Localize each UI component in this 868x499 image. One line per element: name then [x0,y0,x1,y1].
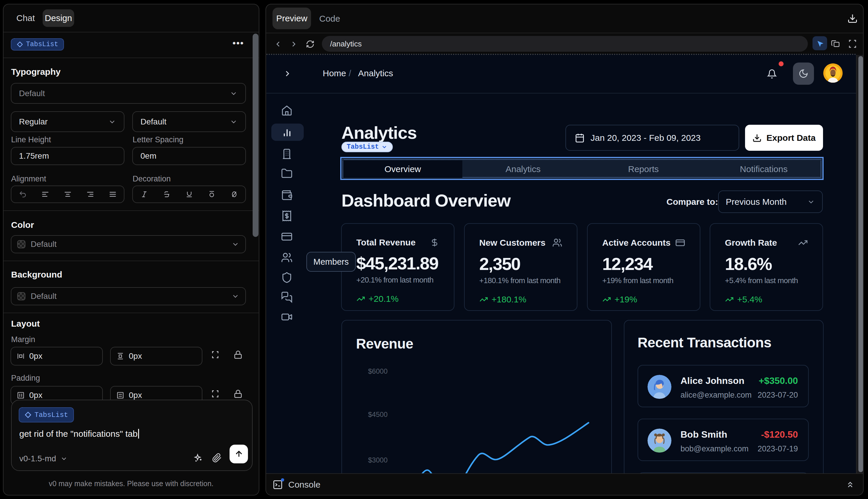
svg-text:$6000: $6000 [368,367,387,375]
svg-text:$3000: $3000 [368,456,387,464]
svg-text:$4500: $4500 [368,411,387,418]
